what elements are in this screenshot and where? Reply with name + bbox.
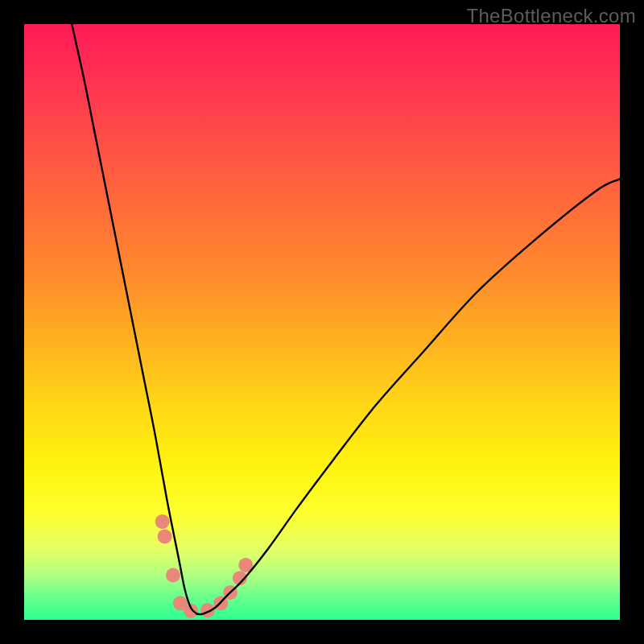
trough-dots (155, 514, 254, 618)
chart-frame: TheBottleneck.com (0, 0, 644, 644)
trough-dot (155, 514, 170, 529)
bottleneck-curve-left (72, 24, 196, 614)
curves-layer (24, 24, 620, 620)
bottleneck-curve-right (197, 179, 620, 614)
trough-dot (158, 529, 172, 543)
watermark-text: TheBottleneck.com (466, 5, 636, 27)
trough-dot (166, 568, 180, 583)
plot-area (24, 24, 620, 620)
